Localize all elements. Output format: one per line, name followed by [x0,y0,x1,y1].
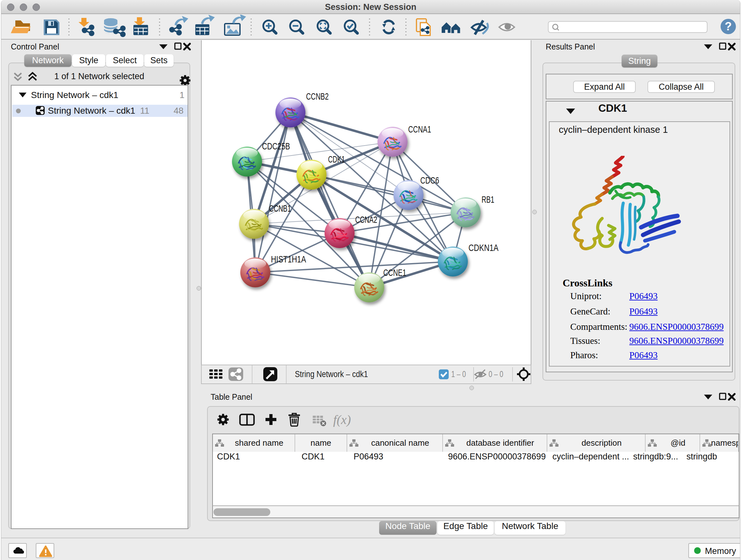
svg-text:CDC6: CDC6 [420,175,439,186]
svg-text:String Network – cdk1: String Network – cdk1 [295,369,368,379]
svg-text:HIST1H1A: HIST1H1A [271,254,306,264]
svg-text:CCNB2: CCNB2 [306,91,329,102]
svg-text:CCNB1: CCNB1 [269,203,291,213]
svg-text:CCNE1: CCNE1 [383,267,406,278]
svg-text:CDK1: CDK1 [328,154,345,165]
svg-text:RB1: RB1 [482,194,494,205]
svg-text:CDC25B: CDC25B [262,141,290,151]
svg-text:f(x): f(x) [333,413,351,427]
svg-text:CDKN1A: CDKN1A [468,242,498,253]
svg-text:CCNA1: CCNA1 [408,124,431,134]
svg-text:1 – 0: 1 – 0 [451,369,466,379]
svg-text:0 – 0: 0 – 0 [488,369,503,379]
svg-text:CCNA2: CCNA2 [355,214,377,225]
